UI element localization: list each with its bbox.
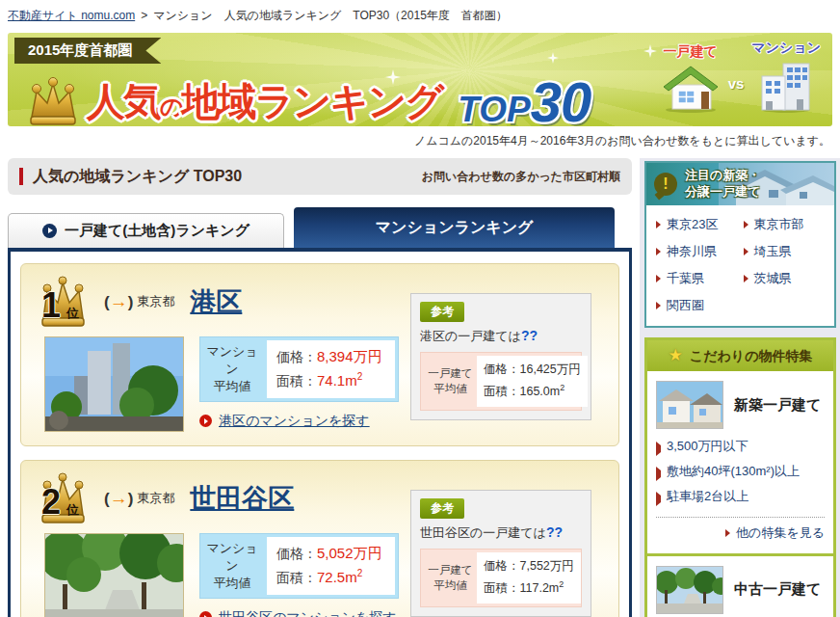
featured-detached-box: ! 注目の新築・ 分譲一戸建て 東京23区 東京市部 神奈川県 埼玉県 千葉県 … xyxy=(644,161,836,328)
prefecture-label: 東京都 xyxy=(137,490,174,507)
sidebar-link-chiba[interactable]: 千葉県 xyxy=(656,270,744,287)
ranking-tabs: 一戸建て(土地含)ランキング マンションランキング xyxy=(8,207,632,248)
rank-unit: 位 xyxy=(66,305,79,322)
calculation-note: ノムコムの2015年4月～2016年3月のお問い合わせ数をもとに算出しています。 xyxy=(0,133,830,149)
area-link[interactable]: 港区 xyxy=(190,284,242,319)
triangle-bullet-icon xyxy=(744,275,748,282)
triangle-bullet-icon xyxy=(656,492,661,506)
triangle-bullet-icon xyxy=(656,442,661,456)
dotted-divider xyxy=(656,517,825,518)
rank-number: 1 xyxy=(41,285,61,326)
new-detached-heading: 新築一戸建て xyxy=(734,396,821,415)
play-icon xyxy=(199,415,212,427)
tab-detached-label: 一戸建て(土地含)ランキング xyxy=(65,222,249,240)
size-row: 面積：72.5m2 xyxy=(276,566,385,590)
triangle-bullet-icon xyxy=(656,467,661,481)
section-title: 人気の地域ランキング TOP30 xyxy=(33,167,242,187)
ranking-card-1: 1 位 (→) 東京都 港区 xyxy=(20,263,619,446)
feature-link-land[interactable]: 敷地約40坪(130m²)以上 xyxy=(656,463,825,481)
sidebar-link-ibaraki[interactable]: 茨城県 xyxy=(744,270,831,287)
ref-size-row: 面積：165.0m2 xyxy=(484,381,581,403)
reference-badge: 参考 xyxy=(420,498,464,519)
used-detached-photo[interactable] xyxy=(656,566,723,614)
tab-mansion-ranking[interactable]: マンションランキング xyxy=(294,207,615,248)
reference-question: 世田谷区の一戸建ては?? xyxy=(420,524,582,542)
section-accent-bar xyxy=(19,168,23,185)
arrow-right-icon: → xyxy=(110,488,128,508)
sparkle-icon xyxy=(643,44,657,58)
triangle-bullet-icon xyxy=(656,248,661,255)
reference-box: 参考 港区の一戸建ては?? 一戸建て平均値 価格：16,425万円 面積：165… xyxy=(410,293,591,420)
detached-average-label: 一戸建て平均値 xyxy=(424,562,477,593)
rank-number: 2 xyxy=(41,482,61,523)
mansion-average-label: マンション平均値 xyxy=(200,337,264,401)
house-icon xyxy=(661,63,721,113)
new-detached-photo[interactable] xyxy=(656,381,723,429)
play-icon xyxy=(199,611,212,617)
tab-mansion-label: マンションランキング xyxy=(376,218,534,238)
star-icon: ★ xyxy=(669,346,683,364)
sidebar-link-kansai[interactable]: 関西圏 xyxy=(656,297,744,314)
exclamation-icon: ! xyxy=(654,173,677,196)
search-mansion-link[interactable]: 世田谷区のマンションを探す xyxy=(219,609,397,617)
area-photo[interactable] xyxy=(44,336,184,432)
mansion-average-label: マンション平均値 xyxy=(200,534,264,598)
house-label: 一戸建て xyxy=(664,43,718,61)
breadcrumb-separator: > xyxy=(141,9,147,22)
ranking-panel: 1 位 (→) 東京都 港区 xyxy=(8,248,632,617)
section-header: 人気の地域ランキング TOP30 お問い合わせ数の多かった市区町村順 xyxy=(8,158,632,195)
area-link[interactable]: 世田谷区 xyxy=(190,481,294,516)
triangle-bullet-icon xyxy=(744,248,748,255)
search-mansion-link[interactable]: 港区のマンションを探す xyxy=(219,413,370,430)
special-feature-header: ★こだわりの物件特集 xyxy=(647,340,833,371)
ref-price-row: 価格：7,552万円 xyxy=(484,556,574,577)
prefecture-label: 東京都 xyxy=(137,293,174,310)
rank-change-indicator: (→) xyxy=(104,291,133,312)
banner-top30: TOP30 xyxy=(458,69,591,126)
sidebar-link-kanagawa[interactable]: 神奈川県 xyxy=(656,243,744,260)
tab-detached-ranking[interactable]: 一戸建て(土地含)ランキング xyxy=(8,213,284,248)
ref-price-row: 価格：16,425万円 xyxy=(484,360,581,381)
play-icon xyxy=(42,224,57,238)
more-features-link[interactable]: 他の特集を見る xyxy=(656,524,825,542)
featured-detached-header: ! 注目の新築・ 分譲一戸建て xyxy=(646,163,834,205)
breadcrumb-home-link[interactable]: 不動産サイト nomu.com xyxy=(8,9,135,22)
breadcrumb: 不動産サイト nomu.com>マンション 人気の地域ランキング TOP30（2… xyxy=(0,0,840,31)
breadcrumb-trail: マンション 人気の地域ランキング TOP30（2015年度 首都圏） xyxy=(153,9,508,22)
mansion-average-box: マンション平均値 価格：5,052万円 面積：72.5m2 xyxy=(199,533,399,599)
mansion-label: マンション xyxy=(751,40,821,57)
feature-link-price[interactable]: 3,500万円以下 xyxy=(656,438,825,456)
detached-average-label: 一戸建て平均値 xyxy=(424,365,477,396)
sidebar-link-tokyoshibu[interactable]: 東京市部 xyxy=(744,216,831,233)
triangle-bullet-icon xyxy=(725,529,730,537)
size-row: 面積：74.1m2 xyxy=(276,369,385,393)
triangle-bullet-icon xyxy=(656,275,661,282)
banner-ribbon: 2015年度首都圏 xyxy=(14,38,161,64)
triangle-bullet-icon xyxy=(656,302,661,309)
mansion-average-box: マンション平均値 価格：8,394万円 面積：74.1m2 xyxy=(199,336,399,402)
sidebar-link-saitama[interactable]: 埼玉県 xyxy=(744,243,831,260)
area-photo[interactable] xyxy=(44,533,184,617)
vs-label: vs xyxy=(728,75,745,92)
sparkle-icon xyxy=(547,52,559,64)
section-order-note: お問い合わせ数の多かった市区町村順 xyxy=(422,169,620,185)
triangle-bullet-icon xyxy=(744,221,748,228)
feature-link-parking[interactable]: 駐車場2台以上 xyxy=(656,488,825,506)
featured-detached-title: 注目の新築・ 分譲一戸建て xyxy=(685,168,760,201)
sidebar: ! 注目の新築・ 分譲一戸建て 東京23区 東京市部 神奈川県 埼玉県 千葉県 … xyxy=(640,158,840,617)
rank-crown: 1 位 xyxy=(35,274,91,330)
building-icon xyxy=(758,59,814,113)
reference-badge: 参考 xyxy=(420,302,464,322)
new-detached-section: 新築一戸建て 3,500万円以下 敷地約40坪(130m²)以上 駐車場2台以上… xyxy=(647,371,833,553)
rank-crown: 2 位 xyxy=(35,470,91,526)
reference-box: 参考 世田谷区の一戸建ては?? 一戸建て平均値 価格：7,552万円 面積：11… xyxy=(410,490,591,617)
arrow-right-icon: → xyxy=(110,291,128,311)
sidebar-link-tokyo23[interactable]: 東京23区 xyxy=(656,216,744,233)
crown-icon xyxy=(25,76,81,127)
rank-unit: 位 xyxy=(66,501,79,519)
rank-change-indicator: (→) xyxy=(104,488,133,509)
banner-title: 人気の地域ランキング xyxy=(87,75,442,126)
special-feature-box: ★こだわりの物件特集 xyxy=(644,337,836,617)
ref-size-row: 面積：117.2m2 xyxy=(484,577,574,600)
campaign-banner: 2015年度首都圏 人気の地域ランキング TOP30 一戸建て xyxy=(8,33,832,126)
